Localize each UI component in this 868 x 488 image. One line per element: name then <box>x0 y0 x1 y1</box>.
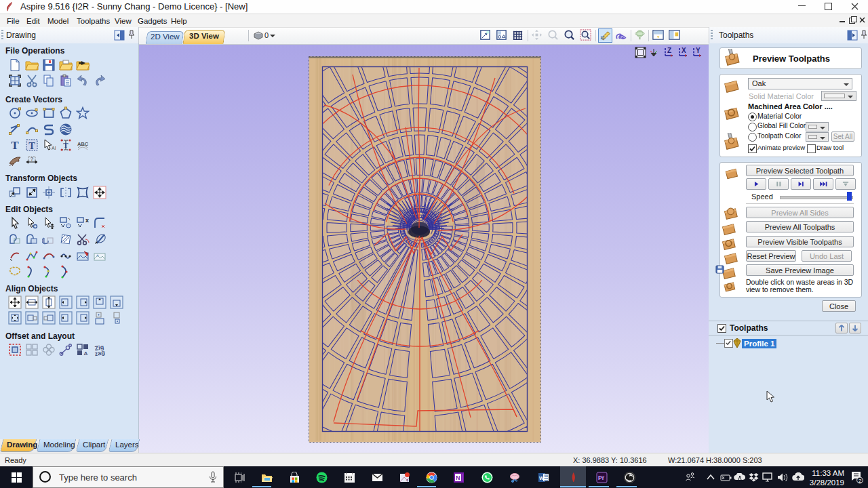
svg-text:N: N <box>456 474 460 481</box>
svg-text:2: 2 <box>859 478 862 484</box>
svg-text:Y: Y <box>696 47 701 54</box>
svg-text:x: x <box>85 217 89 224</box>
svg-text:T: T <box>11 139 19 152</box>
svg-text:T: T <box>63 141 68 149</box>
svg-text:Pr: Pr <box>598 474 605 481</box>
svg-text:ABC: ABC <box>77 141 89 147</box>
svg-text:A: A <box>84 350 88 357</box>
svg-text:X: X <box>682 47 686 54</box>
svg-text:Z: Z <box>667 47 671 54</box>
svg-text:T: T <box>28 141 35 151</box>
svg-text:zag: zag <box>94 349 106 357</box>
svg-text:AB: AB <box>52 146 56 150</box>
svg-text:W: W <box>539 475 545 481</box>
svg-text:?: ? <box>31 156 34 162</box>
